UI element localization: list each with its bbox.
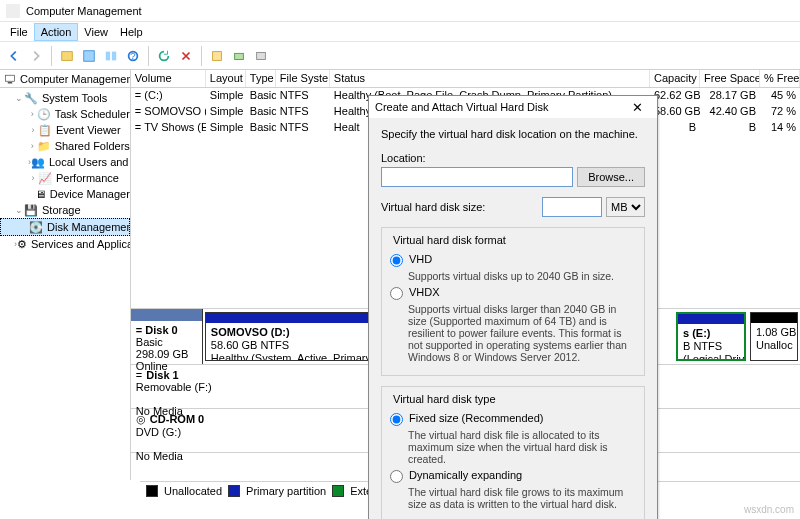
col-free[interactable]: Free Space	[700, 70, 760, 87]
partition[interactable]: SOMOVSO (D:)58.60 GB NTFSHealthy (System…	[205, 312, 377, 361]
svg-rect-8	[257, 52, 266, 59]
tree-shared-folders[interactable]: ›📁Shared Folders	[0, 138, 130, 154]
svg-rect-1	[84, 50, 95, 61]
location-label: Location:	[381, 152, 645, 164]
tb-icon[interactable]	[207, 46, 227, 66]
tree-task-scheduler[interactable]: ›🕒Task Scheduler	[0, 106, 130, 122]
size-label: Virtual hard disk size:	[381, 201, 538, 213]
menu-action[interactable]: Action	[34, 23, 79, 41]
toolbar: ?	[0, 42, 800, 70]
radio-fixed[interactable]: Fixed size (Recommended)	[390, 412, 636, 426]
partition[interactable]: s (E:)B NTFS(Logical Drive)	[676, 312, 746, 361]
tb-icon[interactable]: ?	[123, 46, 143, 66]
menu-file[interactable]: File	[4, 24, 34, 40]
svg-rect-6	[213, 51, 222, 60]
storage-icon: 💾	[24, 203, 38, 217]
event-icon: 📋	[38, 123, 52, 137]
svg-rect-3	[112, 51, 116, 60]
svg-rect-7	[235, 53, 244, 59]
window-title: Computer Management	[26, 5, 142, 17]
radio-dynamic[interactable]: Dynamically expanding	[390, 469, 636, 483]
tb-icon[interactable]	[57, 46, 77, 66]
create-vhd-dialog: Create and Attach Virtual Hard Disk ✕ Sp…	[368, 95, 658, 519]
location-input[interactable]	[381, 167, 573, 187]
browse-button[interactable]: Browse...	[577, 167, 645, 187]
col-status[interactable]: Status	[330, 70, 650, 87]
dialog-titlebar[interactable]: Create and Attach Virtual Hard Disk ✕	[369, 96, 657, 118]
refresh-button[interactable]	[154, 46, 174, 66]
col-fs[interactable]: File System	[276, 70, 330, 87]
computer-icon	[4, 72, 16, 86]
volume-list-header: Volume Layout Type File System Status Ca…	[131, 70, 800, 88]
tools-icon: 🔧	[24, 91, 38, 105]
nav-tree: Computer Management (Local) ⌄🔧System Too…	[0, 70, 131, 480]
col-pct[interactable]: % Free	[760, 70, 800, 87]
watermark: wsxdn.com	[744, 504, 794, 515]
delete-button[interactable]	[176, 46, 196, 66]
tb-icon[interactable]	[79, 46, 99, 66]
tree-services[interactable]: ›⚙Services and Applications	[0, 236, 130, 252]
size-input[interactable]	[542, 197, 602, 217]
device-icon: 🖥	[35, 187, 46, 201]
users-icon: 👥	[31, 155, 45, 169]
app-icon	[6, 4, 20, 18]
svg-rect-10	[8, 82, 13, 84]
folder-icon: 📁	[37, 139, 51, 153]
tree-disk-management[interactable]: 💽Disk Management	[0, 218, 130, 236]
svg-text:?: ?	[130, 49, 135, 60]
format-group: Virtual hard disk format VHD Supports vi…	[381, 227, 645, 376]
tree-local-users[interactable]: ›👥Local Users and Groups	[0, 154, 130, 170]
tree-root-label: Computer Management (Local)	[20, 73, 131, 85]
col-layout[interactable]: Layout	[206, 70, 246, 87]
size-unit-select[interactable]: MB	[606, 197, 645, 217]
close-button[interactable]: ✕	[623, 100, 651, 115]
tree-device-manager[interactable]: 🖥Device Manager	[0, 186, 130, 202]
type-group: Virtual hard disk type Fixed size (Recom…	[381, 386, 645, 519]
tree-performance[interactable]: ›📈Performance	[0, 170, 130, 186]
partition-unallocated[interactable]: 1.08 GBUnalloc	[750, 312, 798, 361]
svg-rect-9	[6, 75, 15, 81]
clock-icon: 🕒	[37, 107, 51, 121]
window-titlebar: Computer Management	[0, 0, 800, 22]
tree-header: Computer Management (Local)	[0, 70, 130, 88]
svg-rect-2	[106, 51, 110, 60]
menu-help[interactable]: Help	[114, 24, 149, 40]
col-volume[interactable]: Volume	[131, 70, 206, 87]
menu-bar: File Action View Help	[0, 22, 800, 42]
forward-button[interactable]	[26, 46, 46, 66]
dialog-desc: Specify the virtual hard disk location o…	[381, 128, 645, 140]
tb-icon[interactable]	[101, 46, 121, 66]
col-type[interactable]: Type	[246, 70, 276, 87]
disk-icon: 💽	[29, 220, 43, 234]
tb-icon[interactable]	[229, 46, 249, 66]
radio-vhdx[interactable]: VHDX	[390, 286, 636, 300]
tree-storage[interactable]: ⌄💾Storage	[0, 202, 130, 218]
disk-info[interactable]: = Disk 0 Basic 298.09 GB Online	[131, 309, 203, 364]
perf-icon: 📈	[38, 171, 52, 185]
services-icon: ⚙	[17, 237, 27, 251]
tb-icon[interactable]	[251, 46, 271, 66]
radio-vhd[interactable]: VHD	[390, 253, 636, 267]
dialog-title: Create and Attach Virtual Hard Disk	[375, 101, 548, 113]
col-capacity[interactable]: Capacity	[650, 70, 700, 87]
menu-view[interactable]: View	[78, 24, 114, 40]
tree-system-tools[interactable]: ⌄🔧System Tools	[0, 90, 130, 106]
back-button[interactable]	[4, 46, 24, 66]
svg-rect-0	[62, 51, 73, 60]
tree-event-viewer[interactable]: ›📋Event Viewer	[0, 122, 130, 138]
